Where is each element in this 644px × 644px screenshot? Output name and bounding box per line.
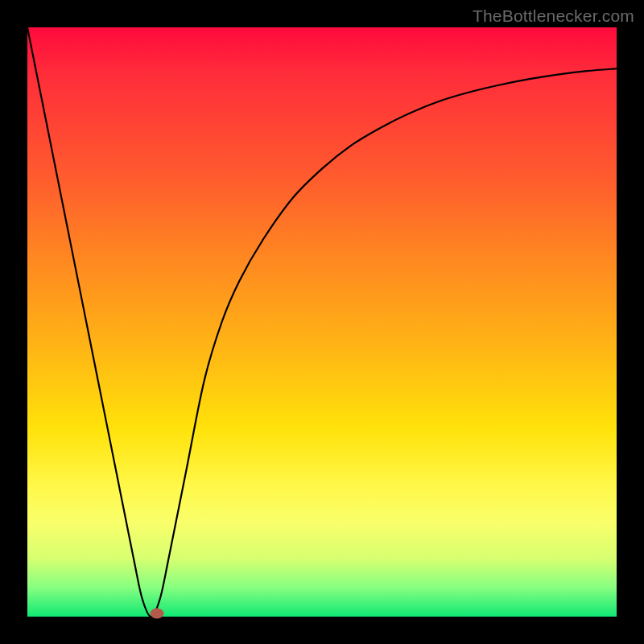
watermark-text: TheBottlenecker.com	[473, 6, 634, 26]
bottleneck-curve	[27, 27, 617, 617]
line-plot	[27, 27, 617, 617]
optimum-marker	[151, 609, 164, 619]
plot-area	[27, 27, 617, 617]
chart-frame: TheBottlenecker.com	[0, 0, 644, 644]
